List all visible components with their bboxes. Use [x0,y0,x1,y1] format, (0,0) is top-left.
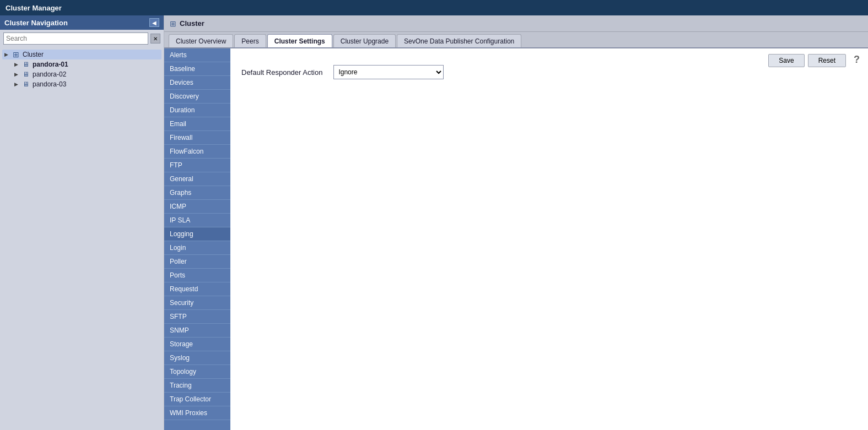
title-bar: Cluster Manager [0,0,868,15]
tree-label-pandora02: pandora-02 [33,70,66,78]
nav-tracing[interactable]: Tracing [164,379,230,393]
help-icon[interactable]: ? [854,54,860,66]
reset-button[interactable]: Reset [808,54,846,67]
nav-requestd[interactable]: Requestd [164,282,230,296]
main-content: Cluster Navigation ◀ ✕ ▶ ⊞ Cluster ▶ [0,15,868,430]
content-cluster-icon: ⊞ [170,19,176,28]
cluster-icon: ⊞ [11,51,21,58]
nav-general[interactable]: General [164,172,230,186]
nav-list: Alerts Baseline Devices Discovery Durati… [164,48,230,430]
nav-duration[interactable]: Duration [164,104,230,117]
search-clear-button[interactable]: ✕ [150,34,160,43]
sidebar: Cluster Navigation ◀ ✕ ▶ ⊞ Cluster ▶ [0,15,164,430]
nav-poller[interactable]: Poller [164,255,230,269]
nav-ports[interactable]: Ports [164,269,230,282]
nav-baseline[interactable]: Baseline [164,62,230,76]
buttons-row: Save Reset [768,54,846,67]
tree-pandora-01[interactable]: ▶ 🖥 pandora-01 [12,59,161,69]
search-input[interactable] [3,32,148,45]
server-icon-03: 🖥 [21,80,31,88]
cluster-expand-icon[interactable]: ▶ [4,52,11,57]
save-button[interactable]: Save [768,54,804,67]
content-title: Cluster [180,19,204,28]
tree-container: ▶ ⊞ Cluster ▶ 🖥 pandora-01 ▶ 🖥 pandora-0… [0,47,164,430]
action-select[interactable]: Ignore Alert Block [333,65,444,79]
nav-topology[interactable]: Topology [164,365,230,379]
sidebar-header: Cluster Navigation ◀ [0,15,164,30]
tree-pandora-02[interactable]: ▶ 🖥 pandora-02 [12,69,161,79]
tree-children: ▶ 🖥 pandora-01 ▶ 🖥 pandora-02 ▶ 🖥 pandor… [2,59,161,89]
tab-sevone-data-publisher[interactable]: SevOne Data Publisher Configuration [397,34,521,47]
nav-trap-collector[interactable]: Trap Collector [164,393,230,406]
tree-label-pandora03: pandora-03 [33,80,66,88]
pandora02-expand-icon[interactable]: ▶ [14,72,21,77]
nav-ip-sla[interactable]: IP SLA [164,214,230,227]
two-pane: Alerts Baseline Devices Discovery Durati… [164,48,868,430]
nav-storage[interactable]: Storage [164,338,230,351]
app-title: Cluster Manager [6,4,62,12]
content-panel: ⊞ Cluster Cluster Overview Peers Cluster… [164,15,868,430]
nav-security[interactable]: Security [164,296,230,310]
nav-syslog[interactable]: Syslog [164,351,230,365]
sidebar-title: Cluster Navigation [4,19,68,27]
content-header: ⊞ Cluster [164,15,868,32]
settings-area: ? Save Reset Default Responder Action Ig… [230,48,868,430]
nav-ftp[interactable]: FTP [164,159,230,172]
tab-peers[interactable]: Peers [234,34,266,47]
tab-cluster-overview[interactable]: Cluster Overview [169,34,233,47]
sidebar-collapse-button[interactable]: ◀ [149,18,159,27]
nav-icmp[interactable]: ICMP [164,200,230,214]
form-row: Default Responder Action Ignore Alert Bl… [241,65,857,79]
nav-devices[interactable]: Devices [164,76,230,90]
tab-cluster-settings[interactable]: Cluster Settings [267,34,332,47]
tab-cluster-upgrade[interactable]: Cluster Upgrade [333,34,396,47]
nav-graphs[interactable]: Graphs [164,186,230,200]
tree-label-pandora01: pandora-01 [33,61,68,68]
nav-alerts[interactable]: Alerts [164,48,230,62]
nav-flowfalcon[interactable]: FlowFalcon [164,145,230,159]
nav-firewall[interactable]: Firewall [164,131,230,145]
tree-pandora-03[interactable]: ▶ 🖥 pandora-03 [12,79,161,89]
server-icon-01: 🖥 [21,61,31,68]
tree-cluster-root[interactable]: ▶ ⊞ Cluster [2,50,161,59]
tabs-bar: Cluster Overview Peers Cluster Settings … [164,32,868,48]
app-container: Cluster Navigation ◀ ✕ ▶ ⊞ Cluster ▶ [0,15,868,430]
cluster-root-label: Cluster [23,51,44,58]
pandora03-expand-icon[interactable]: ▶ [14,81,21,87]
nav-snmp[interactable]: SNMP [164,324,230,338]
nav-logging[interactable]: Logging [164,227,230,241]
pandora01-expand-icon[interactable]: ▶ [14,62,21,67]
nav-discovery[interactable]: Discovery [164,90,230,104]
nav-login[interactable]: Login [164,241,230,255]
nav-wmi-proxies[interactable]: WMI Proxies [164,406,230,420]
nav-sftp[interactable]: SFTP [164,310,230,324]
server-icon-02: 🖥 [21,70,31,78]
search-container: ✕ [0,30,164,47]
form-label: Default Responder Action [241,68,322,77]
nav-email[interactable]: Email [164,117,230,131]
